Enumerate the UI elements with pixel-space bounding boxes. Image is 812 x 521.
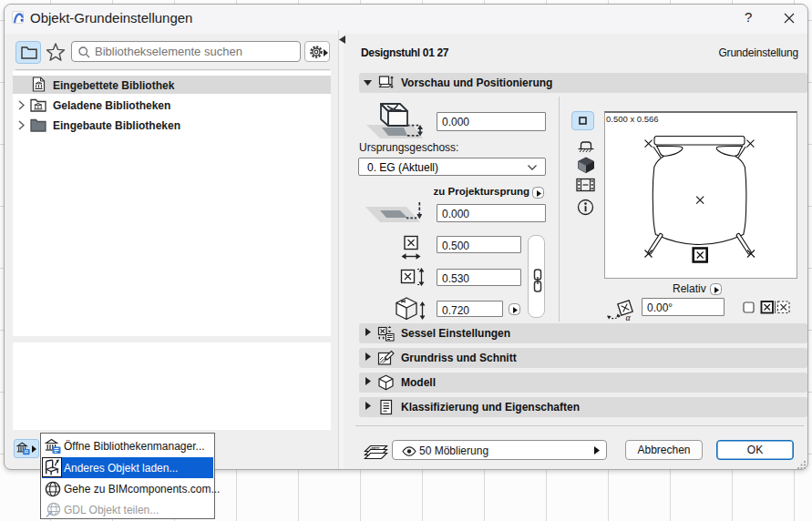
svg-text:α: α <box>626 312 632 322</box>
